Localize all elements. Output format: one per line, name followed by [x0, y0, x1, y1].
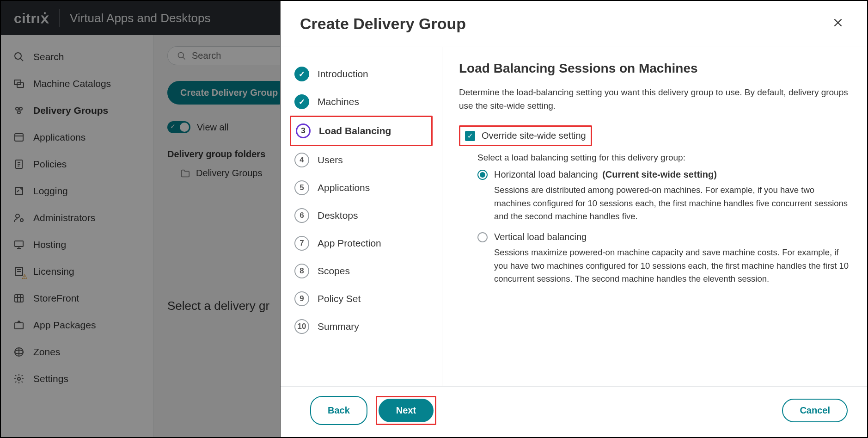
step-scopes[interactable]: 8 Scopes	[290, 257, 433, 285]
step-label: App Protection	[318, 238, 381, 249]
step-number-icon: 10	[294, 319, 309, 334]
next-button[interactable]: Next	[379, 399, 434, 422]
cancel-button[interactable]: Cancel	[782, 399, 848, 422]
step-number-icon: 6	[294, 208, 309, 223]
step-machines[interactable]: ✓ Machines	[290, 88, 433, 116]
step-desktops[interactable]: 6 Desktops	[290, 202, 433, 229]
step-number-icon: 5	[294, 180, 309, 195]
step-label: Summary	[318, 321, 359, 332]
close-icon	[832, 17, 844, 29]
option-label: Vertical load balancing	[494, 232, 587, 242]
panel-intro: Determine the load-balancing setting you…	[459, 86, 850, 112]
modal-title: Create Delivery Group	[300, 15, 466, 33]
step-label: Policy Set	[318, 293, 361, 304]
option-label: Horizontal load balancing	[494, 169, 598, 179]
radio-selected-icon	[477, 170, 488, 180]
radio-unselected-icon	[477, 232, 488, 242]
modal-header: Create Delivery Group	[281, 1, 867, 47]
radio-vertical[interactable]: Vertical load balancing	[477, 232, 850, 242]
step-number-icon: 3	[296, 123, 311, 138]
step-label: Applications	[318, 182, 370, 193]
create-delivery-group-modal: Create Delivery Group ✓ Introduction ✓ M…	[280, 1, 867, 437]
step-label: Users	[318, 154, 343, 166]
step-label: Desktops	[318, 210, 358, 221]
step-check-icon: ✓	[294, 67, 309, 81]
step-summary[interactable]: 10 Summary	[290, 313, 433, 340]
step-check-icon: ✓	[294, 94, 309, 109]
step-users[interactable]: 4 Users	[290, 146, 433, 174]
option-description: Sessions maximize powered-on machine cap…	[494, 246, 850, 286]
radio-horizontal[interactable]: Horizontal load balancing (Current site-…	[477, 169, 850, 180]
step-number-icon: 7	[294, 236, 309, 251]
step-number-icon: 9	[294, 291, 309, 306]
option-horizontal: Horizontal load balancing (Current site-…	[477, 169, 850, 223]
sub-instruction: Select a load balancing setting for this…	[477, 153, 850, 163]
step-label: Load Balancing	[319, 125, 391, 136]
back-button[interactable]: Back	[310, 396, 367, 425]
option-vertical: Vertical load balancing Sessions maximiz…	[477, 232, 850, 286]
step-load-balancing[interactable]: 3 Load Balancing	[290, 116, 433, 146]
step-introduction[interactable]: ✓ Introduction	[290, 60, 433, 88]
checkbox-checked-icon: ✓	[465, 131, 475, 141]
override-label: Override site-wide setting	[482, 130, 586, 141]
close-button[interactable]	[828, 15, 848, 33]
step-number-icon: 4	[294, 153, 309, 167]
step-label: Machines	[318, 96, 359, 107]
step-content-panel: Load Balancing Sessions on Machines Dete…	[442, 47, 867, 386]
step-applications[interactable]: 5 Applications	[290, 174, 433, 202]
panel-heading: Load Balancing Sessions on Machines	[459, 61, 850, 76]
step-app-protection[interactable]: 7 App Protection	[290, 229, 433, 257]
step-label: Introduction	[318, 68, 368, 80]
wizard-stepper: ✓ Introduction ✓ Machines 3 Load Balanci…	[281, 47, 442, 386]
step-policy-set[interactable]: 9 Policy Set	[290, 285, 433, 313]
override-checkbox-row[interactable]: ✓ Override site-wide setting	[459, 125, 592, 146]
modal-footer: Back Next Cancel	[281, 386, 867, 437]
option-suffix: (Current site-wide setting)	[602, 169, 717, 179]
step-label: Scopes	[318, 265, 350, 277]
step-number-icon: 8	[294, 264, 309, 278]
option-description: Sessions are distributed among powered-o…	[494, 184, 850, 223]
